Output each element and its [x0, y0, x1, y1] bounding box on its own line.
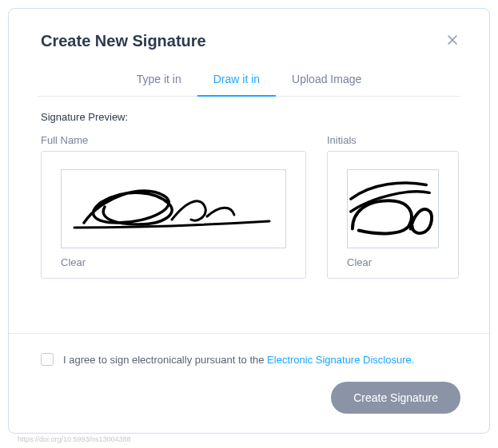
full-name-canvas[interactable] [61, 169, 286, 248]
modal-body: Signature Preview: Full Name Clear [9, 97, 489, 333]
create-signature-button[interactable]: Create Signature [331, 382, 460, 414]
agree-checkbox[interactable] [41, 353, 54, 366]
modal-footer: I agree to sign electronically pursuant … [9, 333, 489, 433]
initials-canvas[interactable] [347, 169, 439, 248]
signature-fields: Full Name Clear Initials [41, 134, 460, 279]
close-button[interactable] [444, 31, 460, 50]
full-name-clear-button[interactable]: Clear [61, 256, 286, 268]
initials-signature-drawing [348, 173, 438, 245]
actions-row: Create Signature [41, 382, 460, 414]
agree-text-prefix: I agree to sign electronically pursuant … [63, 354, 267, 366]
initials-box: Clear [327, 151, 459, 279]
initials-label: Initials [327, 134, 459, 146]
modal-header: Create New Signature [9, 9, 489, 63]
full-name-box: Clear [41, 151, 306, 279]
close-icon [448, 35, 457, 45]
signature-preview-label: Signature Preview: [41, 111, 460, 123]
full-name-field: Full Name Clear [41, 134, 306, 279]
tab-upload-image[interactable]: Upload Image [276, 63, 377, 97]
full-name-label: Full Name [41, 134, 306, 146]
agree-row: I agree to sign electronically pursuant … [41, 353, 460, 366]
create-signature-modal: Create New Signature Type it in Draw it … [8, 8, 490, 434]
modal-title: Create New Signature [41, 32, 206, 50]
initials-clear-button[interactable]: Clear [347, 256, 439, 268]
tab-type-it-in[interactable]: Type it in [121, 63, 197, 97]
watermark-text: https://doi.org/10.5993/ns13004388 [8, 434, 490, 443]
disclosure-link[interactable]: Electronic Signature Disclosure. [267, 354, 414, 366]
tab-draw-it-in[interactable]: Draw it in [197, 63, 276, 97]
full-name-signature-drawing [70, 173, 277, 245]
initials-field: Initials Clear [327, 134, 459, 279]
tabs: Type it in Draw it in Upload Image [38, 63, 460, 97]
agree-text: I agree to sign electronically pursuant … [63, 354, 414, 366]
